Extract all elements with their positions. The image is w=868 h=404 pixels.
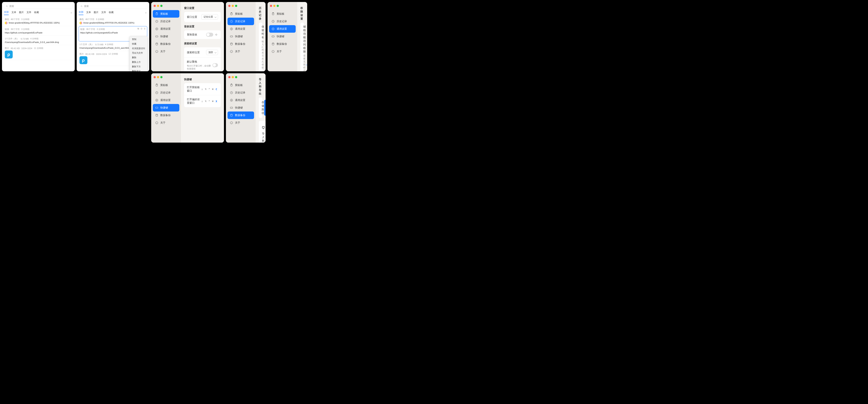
sidebar-item-general[interactable]: 通用设置: [227, 96, 254, 104]
search-input[interactable]: 搜索: [4, 4, 73, 9]
sidebar-item-general[interactable]: 通用设置: [153, 96, 179, 104]
sidebar-item-history[interactable]: 历史记录: [153, 18, 179, 25]
import-data-button[interactable]: 导入数据: [259, 121, 266, 143]
sidebar-item-clipboard[interactable]: 剪贴板: [227, 81, 254, 89]
ctx-copy[interactable]: 复制: [130, 37, 148, 42]
trash-icon[interactable]: [144, 28, 146, 30]
copy-sound-toggle[interactable]: [206, 33, 213, 37]
sidebar-item-clipboard[interactable]: 剪贴板: [269, 10, 296, 18]
tab-all[interactable]: 全部: [79, 10, 84, 15]
maximize-icon[interactable]: [160, 5, 162, 7]
minimize-icon[interactable]: [157, 5, 159, 7]
tab-fav[interactable]: 收藏: [109, 11, 114, 15]
search-input[interactable]: 搜索: [79, 4, 148, 9]
tab-file[interactable]: 文件: [101, 11, 106, 15]
tab-image[interactable]: 图片: [94, 11, 98, 15]
open-directory-button[interactable]: 打开目录: [264, 100, 266, 116]
close-icon[interactable]: [154, 5, 156, 7]
ctx-delete-below[interactable]: 删除下方: [130, 64, 148, 69]
tab-text[interactable]: 文本: [11, 11, 16, 15]
close-icon[interactable]: [270, 5, 272, 7]
database-icon: [272, 42, 275, 45]
copy-icon[interactable]: [137, 28, 140, 30]
tab-image[interactable]: 图片: [19, 11, 24, 15]
close-icon[interactable]: [154, 76, 156, 78]
sidebar-item-backup[interactable]: 数据备份: [227, 111, 254, 119]
search-position-select[interactable]: 顶部: [206, 50, 218, 55]
star-icon[interactable]: [140, 28, 143, 30]
sidebar-item-history[interactable]: 历史记录: [269, 18, 296, 25]
sidebar-item-backup[interactable]: 数据备份: [227, 40, 254, 48]
sidebar-item-general[interactable]: 通用设置: [227, 25, 254, 33]
minimize-icon[interactable]: [232, 76, 234, 78]
tab-file[interactable]: 文件: [27, 11, 31, 15]
sidebar-item-about[interactable]: 关于: [227, 119, 254, 127]
svg-point-42: [230, 99, 232, 101]
sidebar-item-history[interactable]: 历史记录: [227, 89, 254, 96]
sidebar-item-clipboard[interactable]: 剪贴板: [153, 10, 179, 18]
tab-all[interactable]: 全部: [4, 10, 9, 15]
minimize-icon[interactable]: [273, 5, 275, 7]
sidebar-item-about[interactable]: 关于: [153, 48, 179, 55]
svg-rect-29: [138, 28, 139, 29]
clip-item[interactable]: 颜色46个字符3 分钟前 linear-gradient(90deg,#FFFF…: [4, 16, 73, 26]
sidebar-item-general[interactable]: 通用设置: [153, 25, 179, 33]
history-icon: [155, 91, 158, 94]
color-swatch: [80, 22, 82, 24]
close-icon[interactable]: [228, 76, 230, 78]
sidebar-item-backup[interactable]: 数据备份: [269, 40, 296, 48]
sidebar-item-general[interactable]: 通用设置: [269, 25, 296, 33]
maximize-icon[interactable]: [235, 76, 237, 78]
svg-point-36: [156, 114, 158, 115]
pin-icon[interactable]: [145, 11, 147, 14]
sidebar-item-about[interactable]: 关于: [153, 119, 179, 127]
sidebar-item-about[interactable]: 关于: [269, 48, 296, 55]
ctx-open-browser[interactable]: 在浏览器访问: [130, 46, 148, 51]
sidebar: 剪贴板 历史记录 通用设置 快捷键 数据备份 关于: [226, 2, 256, 71]
sidebar-item-hotkey[interactable]: 快捷键: [269, 33, 296, 40]
speaker-icon[interactable]: [215, 33, 218, 36]
sidebar-item-history[interactable]: 历史记录: [227, 18, 254, 25]
search-position-label: 搜索框位置: [187, 51, 200, 54]
minimize-icon[interactable]: [232, 5, 234, 7]
clip-tabs: 全部 文本 图片 文件 收藏: [2, 10, 75, 16]
maximize-icon[interactable]: [235, 5, 237, 7]
sidebar-item-clipboard[interactable]: 剪贴板: [227, 10, 254, 18]
sidebar-item-hotkey[interactable]: 快捷键: [227, 33, 254, 40]
svg-point-19: [273, 29, 274, 29]
sidebar-item-clipboard[interactable]: 剪贴板: [153, 81, 179, 89]
sidebar-item-hotkey[interactable]: 快捷键: [227, 104, 254, 111]
clip-item[interactable]: 链接36个字符3 分钟前 https://github.com/ayangweb…: [4, 26, 73, 36]
tab-text[interactable]: 文本: [86, 11, 91, 15]
ctx-fav[interactable]: 收藏: [130, 42, 148, 46]
hotkey-open-clipboard[interactable]: ⇧⌥⌃⌘C: [200, 88, 218, 91]
svg-rect-13: [230, 36, 232, 37]
ctx-delete-above[interactable]: 删除上方: [130, 60, 148, 64]
sidebar-item-history[interactable]: 历史记录: [153, 89, 179, 96]
sidebar-item-hotkey[interactable]: 快捷键: [153, 33, 179, 40]
clip-item[interactable]: 1个文件（夹）9.73 MB4 分钟前 /Users/ayang/Downloa…: [4, 36, 73, 45]
window-position-select[interactable]: 记住位置: [202, 14, 218, 20]
hotkey-open-preferences[interactable]: ⇧⌥⌃⌘X: [200, 100, 218, 103]
minimize-icon[interactable]: [157, 76, 159, 78]
sidebar-item-backup[interactable]: 数据备份: [153, 40, 179, 48]
sidebar-item-hotkey[interactable]: 快捷键: [153, 104, 179, 111]
maximize-icon[interactable]: [160, 76, 162, 78]
gear-icon: [230, 99, 233, 102]
tab-fav[interactable]: 收藏: [34, 11, 39, 15]
close-icon[interactable]: [228, 5, 230, 7]
sidebar-item-backup[interactable]: 数据备份: [153, 111, 179, 119]
clip-item[interactable]: 颜色46个字符3 分钟前 linear-gradient(90deg,#FFFF…: [79, 16, 148, 26]
sidebar-item-about[interactable]: 关于: [227, 48, 254, 55]
granted-link[interactable]: 已授权: [306, 60, 307, 70]
section-title: 窗口设置: [184, 6, 221, 10]
clip-item[interactable]: 图片80.41 KB1024×102411 分钟前 ρ: [4, 45, 73, 60]
keep-duration-input[interactable]: 天: [264, 44, 266, 50]
ctx-export-file[interactable]: 导出为文件: [130, 51, 148, 55]
maximize-icon[interactable]: [277, 5, 279, 7]
ctx-delete-others[interactable]: 删除其它: [130, 69, 148, 71]
auto-focus-toggle[interactable]: [212, 63, 218, 67]
ctx-delete[interactable]: 删除: [130, 55, 148, 60]
pin-icon[interactable]: [70, 11, 73, 14]
open-clipboard-label: 打开剪贴板窗口: [187, 86, 200, 93]
